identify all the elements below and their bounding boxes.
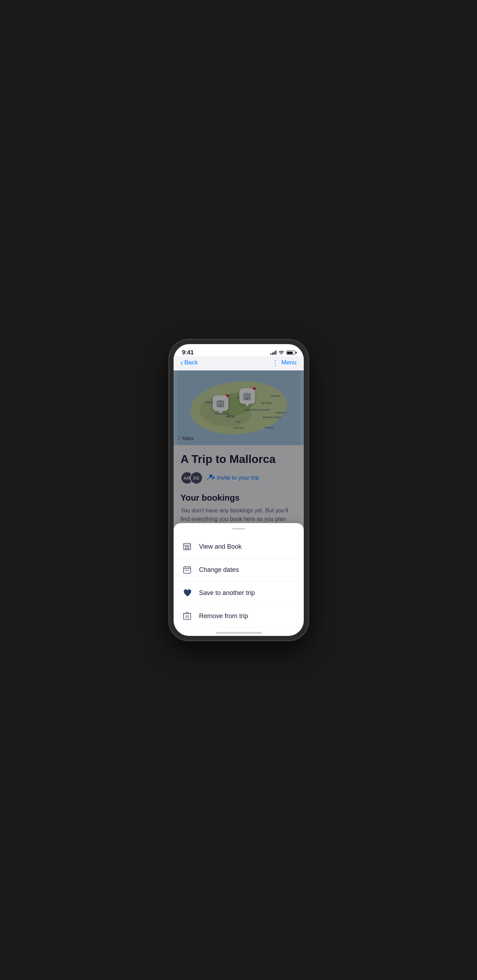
heart-icon bbox=[182, 588, 192, 598]
svg-rect-28 bbox=[185, 570, 187, 571]
bottom-sheet: View and Book Change dat bbox=[173, 523, 304, 636]
menu-button[interactable]: ⋮ Menu bbox=[272, 359, 297, 366]
phone-frame: 9:41 bbox=[169, 340, 308, 640]
battery-icon bbox=[286, 350, 295, 355]
signal-icon bbox=[270, 350, 277, 355]
nav-bar: ‹ Back ⋮ Menu bbox=[173, 356, 304, 371]
svg-rect-23 bbox=[188, 548, 189, 549]
change-dates-item[interactable]: Change dates bbox=[173, 558, 304, 581]
main-scroll[interactable]: Andratx Santa Ponsa Sóller Pollença Sa P… bbox=[173, 371, 304, 636]
wifi-icon bbox=[278, 350, 284, 355]
menu-label: Menu bbox=[281, 359, 297, 366]
status-icons bbox=[270, 350, 295, 355]
view-book-label: View and Book bbox=[199, 543, 242, 550]
svg-rect-21 bbox=[185, 548, 186, 549]
remove-label: Remove from trip bbox=[199, 612, 248, 620]
back-button[interactable]: ‹ Back bbox=[181, 359, 198, 366]
save-another-label: Save to another trip bbox=[199, 589, 255, 597]
svg-rect-29 bbox=[188, 570, 189, 571]
remove-item[interactable]: Remove from trip bbox=[173, 605, 304, 628]
trash-icon bbox=[182, 611, 192, 621]
back-label: Back bbox=[184, 359, 198, 366]
status-time: 9:41 bbox=[182, 349, 194, 356]
svg-rect-22 bbox=[186, 548, 188, 549]
svg-rect-24 bbox=[184, 567, 191, 573]
view-book-item[interactable]: View and Book bbox=[173, 535, 304, 558]
home-indicator bbox=[216, 632, 262, 634]
building-icon bbox=[182, 542, 192, 552]
phone-screen: 9:41 bbox=[173, 344, 304, 636]
chevron-left-icon: ‹ bbox=[181, 359, 183, 366]
save-another-item[interactable]: Save to another trip bbox=[173, 581, 304, 605]
svg-rect-20 bbox=[188, 546, 189, 547]
sheet-handle bbox=[232, 528, 245, 530]
dots-icon: ⋮ bbox=[272, 359, 279, 366]
calendar-icon bbox=[182, 565, 192, 575]
status-bar: 9:41 bbox=[173, 344, 304, 356]
change-dates-label: Change dates bbox=[199, 566, 239, 574]
svg-rect-19 bbox=[186, 546, 188, 547]
svg-rect-18 bbox=[185, 546, 186, 547]
